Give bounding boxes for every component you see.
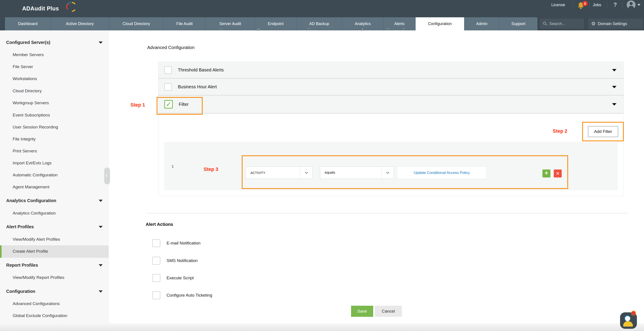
threshold-based-alerts-checkbox[interactable] bbox=[164, 66, 172, 74]
configure-auto-ticketing-checkbox[interactable] bbox=[152, 291, 160, 299]
step-2-annotation: Step 2 bbox=[553, 128, 567, 134]
chat-notification-dot bbox=[632, 311, 636, 315]
support-chat-widget[interactable] bbox=[620, 312, 637, 329]
domain-settings-button[interactable]: ⚙ Domain Settings bbox=[588, 19, 643, 29]
tab-active-directory[interactable]: Active Directory bbox=[51, 17, 109, 30]
sidebar-item-workgroup-servers[interactable]: Workgroup Servers bbox=[13, 101, 49, 105]
clipped-text-fragments: | g = y = = bbox=[158, 29, 446, 32]
option-sms-notification: SMS Notification bbox=[152, 256, 198, 265]
sidebar-item-agent-management[interactable]: Agent Management bbox=[13, 185, 50, 189]
avatar-person-icon bbox=[628, 6, 634, 9]
tab-cloud-directory[interactable]: Cloud Directory bbox=[109, 17, 164, 30]
search-input[interactable] bbox=[549, 22, 580, 26]
app-logo: ADAudit Plus bbox=[22, 5, 59, 12]
sms-notification-checkbox[interactable] bbox=[152, 257, 160, 265]
sidebar-section-analytics-configuration[interactable]: Analytics Configuration bbox=[6, 198, 56, 203]
topbar-separator bbox=[607, 2, 608, 8]
chevron-down-icon[interactable] bbox=[612, 86, 616, 88]
accordion-threshold-based-alerts[interactable]: Threshold Based Alerts bbox=[158, 62, 624, 79]
tab-dashboard[interactable]: Dashboard bbox=[5, 17, 51, 30]
gear-icon: ⚙ bbox=[591, 21, 596, 26]
jobs-link[interactable]: Jobs bbox=[593, 3, 601, 7]
chevron-down-icon bbox=[99, 200, 103, 202]
chevron-down-icon bbox=[99, 226, 103, 228]
sidebar-section-configuration[interactable]: Configuration bbox=[6, 289, 35, 294]
sidebar-item-create-alert-profile-selected[interactable]: Create Alert Profile bbox=[0, 245, 109, 258]
accordion-business-hour-alert[interactable]: Business Hour Alert bbox=[158, 79, 624, 96]
sidebar-item-view-modify-report-profiles[interactable]: View/Modify Report Profiles bbox=[13, 275, 64, 280]
filter-operator-value: equals bbox=[325, 171, 335, 175]
filter-row-index: 1 bbox=[172, 165, 174, 169]
option-label: Execute Script bbox=[166, 275, 194, 280]
filter-field-select[interactable]: ACTIVITY bbox=[246, 166, 313, 179]
sidebar-section-alert-profiles[interactable]: Alert Profiles bbox=[6, 224, 34, 229]
save-button[interactable]: Save bbox=[351, 306, 373, 317]
accordion-filter[interactable]: Filter bbox=[158, 96, 624, 114]
help-icon[interactable]: ? bbox=[614, 1, 617, 8]
remove-filter-row-button[interactable]: ✕ bbox=[554, 169, 562, 177]
chevron-down-icon bbox=[99, 264, 103, 266]
alert-actions-heading: Alert Actions bbox=[146, 222, 173, 227]
search-box[interactable] bbox=[540, 19, 584, 29]
sidebar-item-analytics-configuration[interactable]: Analytics Configuration bbox=[13, 211, 56, 216]
chevron-down-icon bbox=[99, 42, 103, 44]
tab-admin[interactable]: Admin bbox=[464, 17, 500, 30]
option-execute-script: Execute Script bbox=[152, 273, 194, 283]
sidebar-item-event-subscriptions[interactable]: Event Subscriptions bbox=[13, 113, 50, 118]
email-notification-checkbox[interactable] bbox=[152, 239, 160, 247]
sidebar-item-file-integrity[interactable]: File Integrity bbox=[13, 137, 36, 142]
accordion-label: Business Hour Alert bbox=[178, 84, 217, 89]
sidebar-item-view-modify-alert-profiles[interactable]: View/Modify Alert Profiles bbox=[13, 237, 60, 242]
execute-script-checkbox[interactable] bbox=[152, 274, 160, 282]
filter-checkbox[interactable] bbox=[164, 100, 173, 109]
user-avatar[interactable] bbox=[627, 1, 636, 9]
add-filter-row-button[interactable]: + bbox=[542, 169, 550, 177]
step-3-annotation: Step 3 bbox=[204, 166, 218, 172]
filter-field-value: ACTIVITY bbox=[250, 171, 266, 175]
accordion-label: Threshold Based Alerts bbox=[178, 68, 224, 73]
sidebar-item-user-session-recording[interactable]: User Session Recording bbox=[13, 125, 58, 130]
filter-operator-select[interactable]: equals bbox=[320, 166, 394, 179]
business-hour-alert-checkbox[interactable] bbox=[164, 83, 172, 91]
sidebar-item-cloud-directory[interactable]: Cloud Directory bbox=[13, 89, 42, 93]
sidebar-section-report-profiles[interactable]: Report Profiles bbox=[6, 263, 38, 268]
adaudit-plus-app: ADAudit Plus License 2 Jobs ? Dashboard bbox=[0, 0, 644, 331]
footer-strip bbox=[0, 323, 644, 331]
chevron-down-icon[interactable] bbox=[612, 103, 616, 106]
filter-criteria-panel bbox=[164, 142, 618, 190]
filter-value-picker[interactable]: Update Conditional Access Policy bbox=[397, 166, 486, 179]
chat-person-icon bbox=[623, 321, 633, 326]
sidebar: Configured Server(s) Member Servers File… bbox=[0, 30, 109, 324]
sidebar-item-workstations[interactable]: Workstations bbox=[13, 76, 37, 81]
chat-person-icon bbox=[624, 315, 630, 321]
filter-value-link[interactable]: Update Conditional Access Policy bbox=[414, 171, 470, 175]
add-filter-button[interactable]: Add Filter bbox=[588, 126, 618, 137]
sidebar-item-import-evt-evtx-logs[interactable]: Import Evt/Evtx Logs bbox=[13, 161, 52, 166]
step-1-annotation: Step 1 bbox=[130, 102, 145, 108]
search-icon bbox=[543, 22, 547, 26]
page-title: Advanced Configuration bbox=[147, 45, 194, 50]
section-divider bbox=[146, 213, 628, 213]
cancel-button[interactable]: Cancel bbox=[375, 306, 402, 317]
sidebar-item-print-servers[interactable]: Print Servers bbox=[13, 149, 37, 154]
domain-settings-label: Domain Settings bbox=[598, 22, 627, 26]
option-configure-auto-ticketing: Configure Auto Ticketing bbox=[152, 290, 212, 300]
sidebar-collapse-handle[interactable] bbox=[104, 167, 110, 184]
tab-support[interactable]: Support bbox=[500, 17, 538, 30]
sidebar-item-automatic-configuration[interactable]: Automatic Configuration bbox=[13, 173, 58, 177]
option-email-notification: E-mail Notification bbox=[152, 238, 200, 248]
chevron-down-icon[interactable] bbox=[612, 69, 616, 72]
chevron-down-icon bbox=[99, 290, 103, 293]
sidebar-item-create-alert-profile[interactable]: Create Alert Profile bbox=[13, 249, 48, 254]
license-link[interactable]: License bbox=[551, 3, 565, 7]
user-menu-chevron-down-icon[interactable] bbox=[637, 4, 640, 6]
sidebar-item-advanced-configurations[interactable]: Advanced Configurations bbox=[13, 301, 60, 306]
option-label: Configure Auto Ticketing bbox=[166, 293, 212, 298]
accordion-label: Filter bbox=[179, 102, 188, 107]
avatar-person-icon bbox=[630, 2, 633, 5]
sidebar-section-configured-servers[interactable]: Configured Server(s) bbox=[6, 40, 50, 45]
option-label: SMS Notification bbox=[166, 258, 198, 263]
sidebar-item-file-server[interactable]: File Server bbox=[13, 64, 33, 69]
sidebar-item-member-servers[interactable]: Member Servers bbox=[13, 52, 44, 57]
sidebar-item-global-exclude-configuration[interactable]: Global Exclude Configuration bbox=[13, 313, 67, 318]
